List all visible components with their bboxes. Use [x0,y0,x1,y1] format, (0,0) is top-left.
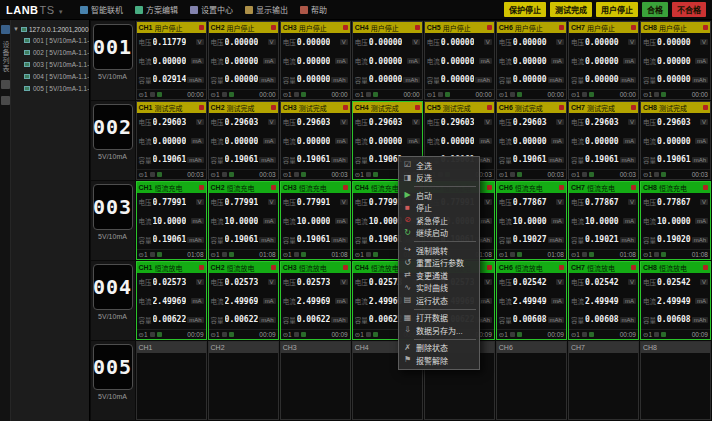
voltage-value: 0.02573 [297,278,331,287]
channel-cell-001-ch1[interactable]: CH1用户停止电压0.11779V电流0.00000mA容量0.02914mAh… [136,21,207,100]
app-logo: LANBTS ▼ [6,4,64,16]
ctx-reset-run-params[interactable]: ↺重置运行参数 [399,257,479,270]
channel-footer: ⊙100:00 [137,89,206,99]
channel-name: CH5 [427,24,441,31]
logo-caret-icon[interactable]: ▼ [58,9,64,15]
channel-cell-003-ch3[interactable]: CH3恒流充电电压0.77991V电流10.0000mA容量0.19061mAh… [280,181,351,260]
step-indicator: ⊙1 [499,251,508,259]
menu-settings-center-label: 设置中心 [201,4,233,15]
info-icon[interactable] [1,96,10,105]
ctx-open-data[interactable]: ▦打开数据 [399,312,479,325]
device-display-002: 0025V/10mA [91,101,135,180]
step-indicator: ⊙1 [211,331,220,339]
channel-cell-003-ch7[interactable]: CH7恒流充电电压0.77867V电流10.0000mA容量0.19021mAh… [568,181,639,260]
menu-display-output[interactable]: 显示输出 [245,4,288,15]
channel-header: CH2 [209,342,278,353]
ctx-start[interactable]: ▶启动 [399,189,479,202]
channel-cell-005-ch1[interactable]: CH1 [136,341,207,420]
tree-device-1[interactable]: 001 [ 5V/10mA-1.1-20180501001] [13,34,87,46]
channel-cell-005-ch3[interactable]: CH3 [280,341,351,420]
voltage-value: 0.29603 [153,118,187,127]
status-indicator-icon [703,105,708,110]
ctx-save-data-as[interactable]: ⇩数据另存为... [399,324,479,337]
channel-cell-005-ch7[interactable]: CH7 [568,341,639,420]
channel-name: CH1 [139,184,153,191]
channel-status: 用户停止 [155,23,183,33]
expand-arrow-icon[interactable]: ▼ [13,26,19,32]
run-status-icon: ▤ [403,296,412,304]
ctx-realtime-curve[interactable]: ∿实时曲线 [399,282,479,295]
channel-cell-004-ch1[interactable]: CH1恒流放电电压0.02573V电流2.49969mA容量0.00622mAh… [136,261,207,340]
mode-icon [654,252,659,257]
channel-empty-body [209,353,278,419]
device-list-icon[interactable] [1,25,10,34]
elapsed-time: 01:08 [548,251,564,258]
channel-cell-002-ch3[interactable]: CH3测试完成电压0.29603V电流0.00000mA容量0.19061mAh… [280,101,351,180]
channel-cell-002-ch1[interactable]: CH1测试完成电压0.29603V电流0.00000mA容量0.19061mAh… [136,101,207,180]
channel-cell-003-ch8[interactable]: CH8恒流充电电压0.77867V电流10.0000mA容量0.19020mAh… [640,181,711,260]
mode-icon [510,172,515,177]
current-label: 电流 [571,296,584,306]
unit-ma-label: mA [479,298,492,304]
current-row: 电流0.00000mA [425,132,494,151]
channel-cell-001-ch3[interactable]: CH3用户停止电压0.00000V电流0.00000mA容量0.00000mAh… [280,21,351,100]
tree-device-5[interactable]: 005 [ 5V/10mA-1.1-20180501005] [13,82,87,94]
device-display-001: 0015V/10mA [91,21,135,100]
channel-cell-001-ch2[interactable]: CH2用户停止电压0.00000V电流0.00000mA容量0.00000mAh… [208,21,279,100]
ctx-invert-selection-label: 反选 [416,172,432,183]
channel-name: CH8 [643,104,657,111]
channel-empty-body [137,353,206,419]
channel-cell-003-ch6[interactable]: CH6恒流充电电压0.77867V电流10.0000mA容量0.19027mAh… [496,181,567,260]
channel-cell-005-ch8[interactable]: CH8 [640,341,711,420]
capacity-label: 容量 [355,315,368,325]
menu-help[interactable]: 帮助 [300,4,327,15]
ctx-select-all[interactable]: ☑全选 [399,159,479,172]
tree-device-4[interactable]: 004 [ 5V/10mA-1.1-20180501004] [13,70,87,82]
channel-cell-004-ch7[interactable]: CH7恒流放电电压0.02542V电流2.49949mA容量0.00608mAh… [568,261,639,340]
channel-cell-002-ch2[interactable]: CH2测试完成电压0.29603V电流0.00000mA容量0.19061mAh… [208,101,279,180]
tree-device-3[interactable]: 003 [ 5V/10mA-1.1-20180501003] [13,58,87,70]
channel-cell-001-ch4[interactable]: CH4用户停止电压0.00000V电流0.00000mA容量0.00000mAh… [352,21,423,100]
ctx-change-channel[interactable]: ⇄变更通道 [399,269,479,282]
ctx-resume-start[interactable]: ↻继续启动 [399,227,479,240]
channel-cell-005-ch2[interactable]: CH2 [208,341,279,420]
ctx-alarm-clear[interactable]: ⚑报警解除 [399,354,479,367]
channel-cell-003-ch1[interactable]: CH1恒流充电电压0.77991V电流10.0000mA容量0.19061mAh… [136,181,207,260]
channel-cell-003-ch2[interactable]: CH2恒流充电电压0.77991V电流10.0000mA容量0.19061mAh… [208,181,279,260]
data-view-icon[interactable] [1,80,10,89]
channel-name: CH6 [499,344,513,351]
voltage-value: 0.29603 [441,118,475,127]
channel-cell-004-ch2[interactable]: CH2恒流放电电压0.02573V电流2.49969mA容量0.00622mAh… [208,261,279,340]
ctx-delete-status[interactable]: ✗删除状态 [399,342,479,355]
channel-cell-002-ch7[interactable]: CH7测试完成电压0.29603V电流0.00000mA容量0.19061mAh… [568,101,639,180]
menu-smart-connect[interactable]: 智能联机 [80,4,123,15]
ctx-invert-selection[interactable]: ◨反选 [399,172,479,185]
ctx-emergency-stop[interactable]: ⊘紧急停止 [399,214,479,227]
channel-cell-005-ch6[interactable]: CH6 [496,341,567,420]
menu-settings-center[interactable]: 设置中心 [190,4,233,15]
current-value: 10.0000 [153,217,187,226]
current-label: 电流 [211,56,224,66]
channel-cell-001-ch5[interactable]: CH5用户停止电压0.00000V电流0.00000mA容量0.00000mAh… [424,21,495,100]
channel-cell-004-ch8[interactable]: CH8恒流放电电压0.02542V电流2.49949mA容量0.00608mAh… [640,261,711,340]
channel-cell-001-ch7[interactable]: CH7用户停止电压0.00000V电流0.00000mA容量0.00000mAh… [568,21,639,100]
tree-root[interactable]: ▼ 127.0.0.1:2001,2000 [在线设备5 台] [13,24,87,34]
channel-header: CH1 [137,342,206,353]
channel-cell-002-ch6[interactable]: CH6测试完成电压0.29603V电流0.00000mA容量0.19061mAh… [496,101,567,180]
ctx-force-jump[interactable]: ↪强制跳转 [399,244,479,257]
channel-footer: ⊙100:03 [569,169,638,179]
channel-cell-001-ch6[interactable]: CH6用户停止电压0.00000V电流0.00000mA容量0.00000mAh… [496,21,567,100]
tree-device-2[interactable]: 002 [ 5V/10mA-1.1-20180501002] [13,46,87,58]
channel-cell-004-ch6[interactable]: CH6恒流放电电压0.02542V电流2.49949mA容量0.00608mAh… [496,261,567,340]
ctx-stop[interactable]: ■停止 [399,202,479,215]
current-row: 电流2.49949mA [497,292,566,311]
ctx-run-status[interactable]: ▤运行状态 [399,294,479,307]
voltage-label: 电压 [139,117,152,127]
channel-cell-004-ch3[interactable]: CH3恒流放电电压0.02573V电流2.49969mA容量0.00622mAh… [280,261,351,340]
channel-cell-001-ch8[interactable]: CH8用户停止电压0.00000V电流0.00000mA容量0.00000mAh… [640,21,711,100]
channel-cell-002-ch8[interactable]: CH8测试完成电压0.29603V电流0.00000mA容量0.19061mAh… [640,101,711,180]
unit-mah-label: mAh [620,77,636,83]
unit-v-label: V [628,199,636,205]
menu-plan-edit[interactable]: 方案编辑 [135,4,178,15]
capacity-row: 容量0.00000mAh [209,70,278,89]
